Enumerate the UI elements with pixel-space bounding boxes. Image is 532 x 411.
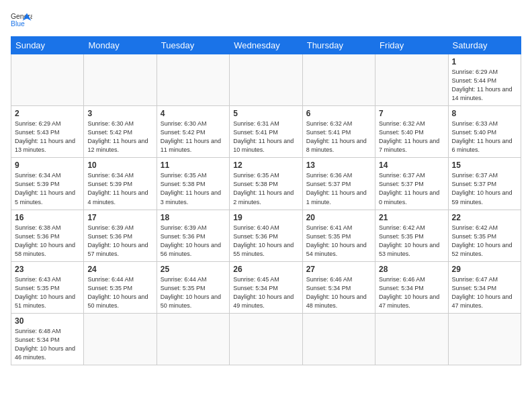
calendar-cell: 9Sunrise: 6:34 AM Sunset: 5:39 PM Daylig…	[11, 158, 84, 210]
calendar-cell: 8Sunrise: 6:33 AM Sunset: 5:40 PM Daylig…	[448, 106, 521, 158]
weekday-header-thursday: Thursday	[302, 37, 375, 54]
logo: General Blue	[11, 11, 32, 30]
calendar-cell: 19Sunrise: 6:40 AM Sunset: 5:36 PM Dayli…	[230, 210, 302, 261]
calendar-cell	[375, 313, 448, 365]
day-info: Sunrise: 6:40 AM Sunset: 5:36 PM Dayligh…	[233, 224, 298, 259]
calendar-cell: 18Sunrise: 6:39 AM Sunset: 5:36 PM Dayli…	[157, 210, 229, 261]
day-info: Sunrise: 6:43 AM Sunset: 5:35 PM Dayligh…	[15, 275, 80, 310]
weekday-header-saturday: Saturday	[448, 37, 521, 54]
calendar-cell: 7Sunrise: 6:32 AM Sunset: 5:40 PM Daylig…	[375, 106, 448, 158]
calendar-cell: 15Sunrise: 6:37 AM Sunset: 5:37 PM Dayli…	[448, 158, 521, 210]
day-number: 29	[452, 265, 517, 274]
day-info: Sunrise: 6:39 AM Sunset: 5:36 PM Dayligh…	[161, 224, 226, 259]
weekday-header-row: SundayMondayTuesdayWednesdayThursdayFrid…	[11, 37, 521, 54]
day-info: Sunrise: 6:39 AM Sunset: 5:36 PM Dayligh…	[87, 224, 152, 259]
calendar-table: SundayMondayTuesdayWednesdayThursdayFrid…	[11, 36, 521, 365]
calendar-cell	[302, 313, 375, 365]
calendar-cell	[302, 54, 375, 106]
calendar-row: 2Sunrise: 6:29 AM Sunset: 5:43 PM Daylig…	[11, 106, 521, 158]
day-info: Sunrise: 6:45 AM Sunset: 5:34 PM Dayligh…	[233, 275, 298, 310]
calendar-cell: 4Sunrise: 6:30 AM Sunset: 5:42 PM Daylig…	[157, 106, 229, 158]
day-number: 3	[87, 109, 152, 118]
day-info: Sunrise: 6:36 AM Sunset: 5:37 PM Dayligh…	[306, 171, 371, 206]
calendar-cell: 24Sunrise: 6:44 AM Sunset: 5:35 PM Dayli…	[84, 261, 157, 313]
calendar-cell: 5Sunrise: 6:31 AM Sunset: 5:41 PM Daylig…	[230, 106, 302, 158]
day-number: 28	[379, 265, 444, 274]
day-info: Sunrise: 6:37 AM Sunset: 5:37 PM Dayligh…	[379, 171, 444, 206]
calendar-cell	[84, 313, 157, 365]
calendar-cell	[230, 313, 302, 365]
day-number: 17	[87, 213, 152, 222]
calendar-cell: 3Sunrise: 6:30 AM Sunset: 5:42 PM Daylig…	[84, 106, 157, 158]
svg-text:Blue: Blue	[11, 20, 25, 28]
day-number: 1	[452, 57, 517, 66]
calendar-cell	[157, 313, 229, 365]
day-info: Sunrise: 6:29 AM Sunset: 5:44 PM Dayligh…	[452, 68, 517, 103]
weekday-header-sunday: Sunday	[11, 37, 84, 54]
calendar-cell	[230, 54, 302, 106]
calendar-cell	[448, 313, 521, 365]
day-number: 27	[306, 265, 371, 274]
calendar-cell: 23Sunrise: 6:43 AM Sunset: 5:35 PM Dayli…	[11, 261, 84, 313]
day-info: Sunrise: 6:48 AM Sunset: 5:34 PM Dayligh…	[15, 327, 80, 362]
calendar-row: 16Sunrise: 6:38 AM Sunset: 5:36 PM Dayli…	[11, 210, 521, 261]
day-info: Sunrise: 6:41 AM Sunset: 5:35 PM Dayligh…	[306, 224, 371, 259]
day-info: Sunrise: 6:30 AM Sunset: 5:42 PM Dayligh…	[161, 120, 226, 154]
calendar-cell: 6Sunrise: 6:32 AM Sunset: 5:41 PM Daylig…	[302, 106, 375, 158]
day-number: 25	[161, 265, 226, 274]
calendar-cell: 30Sunrise: 6:48 AM Sunset: 5:34 PM Dayli…	[11, 313, 84, 365]
calendar-cell	[375, 54, 448, 106]
calendar-cell: 28Sunrise: 6:46 AM Sunset: 5:34 PM Dayli…	[375, 261, 448, 313]
day-info: Sunrise: 6:42 AM Sunset: 5:35 PM Dayligh…	[379, 224, 444, 259]
day-info: Sunrise: 6:34 AM Sunset: 5:39 PM Dayligh…	[87, 171, 152, 206]
calendar-cell	[84, 54, 157, 106]
day-number: 18	[161, 213, 226, 222]
calendar-cell: 1Sunrise: 6:29 AM Sunset: 5:44 PM Daylig…	[448, 54, 521, 106]
weekday-header-tuesday: Tuesday	[157, 37, 229, 54]
day-number: 6	[306, 109, 371, 118]
day-info: Sunrise: 6:35 AM Sunset: 5:38 PM Dayligh…	[161, 171, 226, 206]
calendar-cell: 20Sunrise: 6:41 AM Sunset: 5:35 PM Dayli…	[302, 210, 375, 261]
day-info: Sunrise: 6:33 AM Sunset: 5:40 PM Dayligh…	[452, 120, 517, 154]
day-info: Sunrise: 6:47 AM Sunset: 5:34 PM Dayligh…	[452, 275, 517, 310]
day-number: 22	[452, 213, 517, 222]
day-number: 13	[306, 161, 371, 170]
day-info: Sunrise: 6:46 AM Sunset: 5:34 PM Dayligh…	[306, 275, 371, 310]
day-number: 10	[87, 161, 152, 170]
day-info: Sunrise: 6:30 AM Sunset: 5:42 PM Dayligh…	[87, 120, 152, 154]
day-number: 4	[161, 109, 226, 118]
day-number: 5	[233, 109, 298, 118]
day-number: 30	[15, 316, 80, 326]
day-number: 16	[15, 213, 80, 222]
weekday-header-monday: Monday	[84, 37, 157, 54]
weekday-header-friday: Friday	[375, 37, 448, 54]
calendar-cell: 13Sunrise: 6:36 AM Sunset: 5:37 PM Dayli…	[302, 158, 375, 210]
calendar-row: 9Sunrise: 6:34 AM Sunset: 5:39 PM Daylig…	[11, 158, 521, 210]
calendar-cell: 12Sunrise: 6:35 AM Sunset: 5:38 PM Dayli…	[230, 158, 302, 210]
day-info: Sunrise: 6:32 AM Sunset: 5:40 PM Dayligh…	[379, 120, 444, 154]
calendar-cell: 14Sunrise: 6:37 AM Sunset: 5:37 PM Dayli…	[375, 158, 448, 210]
day-number: 9	[15, 161, 80, 170]
calendar-cell: 29Sunrise: 6:47 AM Sunset: 5:34 PM Dayli…	[448, 261, 521, 313]
calendar-cell: 26Sunrise: 6:45 AM Sunset: 5:34 PM Dayli…	[230, 261, 302, 313]
calendar-cell: 21Sunrise: 6:42 AM Sunset: 5:35 PM Dayli…	[375, 210, 448, 261]
calendar-cell	[11, 54, 84, 106]
calendar-row: 1Sunrise: 6:29 AM Sunset: 5:44 PM Daylig…	[11, 54, 521, 106]
day-number: 14	[379, 161, 444, 170]
calendar-cell: 17Sunrise: 6:39 AM Sunset: 5:36 PM Dayli…	[84, 210, 157, 261]
header: General Blue	[11, 11, 521, 30]
day-info: Sunrise: 6:35 AM Sunset: 5:38 PM Dayligh…	[233, 171, 298, 206]
calendar-row: 23Sunrise: 6:43 AM Sunset: 5:35 PM Dayli…	[11, 261, 521, 313]
page: General Blue SundayMondayTuesdayWednesda…	[0, 0, 532, 411]
generalblue-logo-icon: General Blue	[11, 11, 32, 30]
day-number: 11	[161, 161, 226, 170]
day-number: 2	[15, 109, 80, 118]
day-number: 7	[379, 109, 444, 118]
day-info: Sunrise: 6:46 AM Sunset: 5:34 PM Dayligh…	[379, 275, 444, 310]
calendar-cell: 16Sunrise: 6:38 AM Sunset: 5:36 PM Dayli…	[11, 210, 84, 261]
day-number: 24	[87, 265, 152, 274]
day-info: Sunrise: 6:38 AM Sunset: 5:36 PM Dayligh…	[15, 224, 80, 259]
day-info: Sunrise: 6:29 AM Sunset: 5:43 PM Dayligh…	[15, 120, 80, 154]
day-info: Sunrise: 6:44 AM Sunset: 5:35 PM Dayligh…	[161, 275, 226, 310]
day-number: 21	[379, 213, 444, 222]
